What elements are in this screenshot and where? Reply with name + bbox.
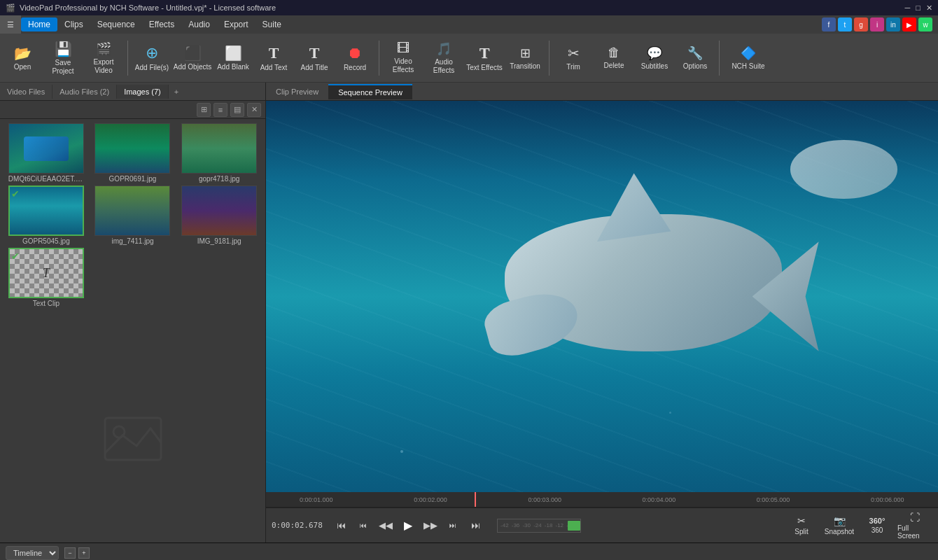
- timeline-dropdown[interactable]: Timeline: [6, 546, 59, 560]
- close-btn[interactable]: ✕: [926, 4, 932, 13]
- media-item-5[interactable]: img_7411.jpg: [91, 186, 175, 245]
- social-tw[interactable]: t: [838, 18, 852, 31]
- preview-area: Sequence 1: [266, 101, 938, 542]
- save-icon: 💾: [55, 41, 72, 57]
- social-gg[interactable]: g: [854, 18, 868, 31]
- app-title: VideoPad Professional by NCH Software - …: [20, 4, 276, 12]
- timeline-zoom-out[interactable]: −: [64, 547, 76, 559]
- menu-suite[interactable]: Suite: [255, 18, 288, 31]
- media-item-6[interactable]: IMG_9181.jpg: [177, 186, 261, 245]
- volume-section: -42-36-30-24-18-12-60: [497, 519, 581, 533]
- text-effects-button[interactable]: T Text Effects: [465, 36, 504, 80]
- media-item-4[interactable]: ✔ GOPR5045.jpg: [4, 186, 88, 245]
- add-title-button[interactable]: T Add Title: [295, 36, 334, 80]
- hamburger-menu[interactable]: ☰: [0, 15, 21, 34]
- fullscreen-button[interactable]: ⛶ Full Screen: [897, 510, 932, 541]
- menu-export[interactable]: Export: [217, 18, 255, 31]
- detail-view-btn[interactable]: ▤: [230, 103, 244, 117]
- transition-button[interactable]: ⊞ Transition: [505, 36, 545, 80]
- add-objects-button[interactable]: ⬛ Add Objects: [173, 36, 212, 80]
- save-project-button[interactable]: 💾 Save Project: [43, 36, 83, 80]
- tab-images[interactable]: Images (7): [117, 85, 169, 99]
- options-button[interactable]: 🔧 Options: [676, 36, 715, 80]
- go-end-button[interactable]: ⏭: [466, 517, 484, 535]
- split-button[interactable]: ✂ Split: [784, 510, 819, 541]
- go-start-button[interactable]: ⏮: [332, 517, 350, 535]
- menu-home[interactable]: Home: [21, 18, 57, 31]
- media-label-5: img_7411.jpg: [111, 237, 153, 245]
- text-clip-icon: T: [43, 266, 50, 281]
- snapshot-icon: 📷: [834, 515, 846, 526]
- forward-button[interactable]: ▶▶: [421, 517, 440, 535]
- add-files-button[interactable]: ⊕ Add File(s): [132, 36, 172, 80]
- list-view-btn[interactable]: ≡: [214, 103, 227, 117]
- subtitles-button[interactable]: 💬 Subtitles: [635, 36, 674, 80]
- sep4: [719, 41, 720, 76]
- media-item-2[interactable]: GOPR0691.jpg: [91, 123, 175, 183]
- panel-close-btn[interactable]: ✕: [247, 103, 261, 117]
- grid-view-btn[interactable]: ⊞: [197, 103, 211, 117]
- trim-button[interactable]: ✂ Trim: [554, 36, 593, 80]
- menu-clips[interactable]: Clips: [57, 18, 90, 31]
- tab-video-files[interactable]: Video Files: [0, 85, 52, 99]
- media-thumb-7: ✔ T: [8, 248, 84, 298]
- delete-button[interactable]: 🗑 Delete: [594, 36, 634, 80]
- watermark-icon: [98, 411, 168, 467]
- fullscreen-label: Full Screen: [897, 524, 932, 540]
- text-effects-icon: T: [479, 44, 490, 62]
- prev-frame-button[interactable]: ⏮: [354, 517, 372, 535]
- open-button[interactable]: 📂 Open: [3, 36, 42, 80]
- add-blank-icon: ⬜: [225, 45, 242, 62]
- check-icon-4: ✔: [11, 188, 20, 200]
- menu-sequence[interactable]: Sequence: [90, 18, 142, 31]
- app-icon: 🎬: [6, 4, 15, 13]
- split-icon: ✂: [797, 515, 806, 526]
- record-button[interactable]: ⏺ Record: [335, 36, 374, 80]
- media-item-3[interactable]: gopr4718.jpg: [177, 123, 261, 183]
- export-video-button[interactable]: 🎬 Export Video: [84, 36, 123, 80]
- 360-button[interactable]: 360° 360: [860, 510, 895, 541]
- snapshot-button[interactable]: 📷 Snapshot: [822, 510, 857, 541]
- titlebar: 🎬 VideoPad Professional by NCH Software …: [0, 0, 938, 15]
- video-effects-button[interactable]: 🎞 Video Effects: [384, 36, 423, 80]
- social-li[interactable]: in: [886, 18, 900, 31]
- second-shark-body: [790, 140, 898, 199]
- left-panel: Video Files Audio Files (2) Images (7) +…: [0, 83, 266, 542]
- nch-suite-button[interactable]: 🔷 NCH Suite: [724, 36, 773, 80]
- right-panel: Clip Preview Sequence Preview Sequence 1: [266, 83, 938, 542]
- next-frame-button[interactable]: ⏭: [444, 517, 462, 535]
- menu-audio[interactable]: Audio: [181, 18, 217, 31]
- add-text-button[interactable]: T Add Text: [254, 36, 293, 80]
- timeline-header: Timeline − +: [0, 543, 938, 560]
- tab-sequence-preview[interactable]: Sequence Preview: [328, 84, 412, 99]
- volume-bar[interactable]: -42-36-30-24-18-12-60: [497, 519, 581, 533]
- preview-playhead: [475, 492, 476, 507]
- social-wa[interactable]: w: [918, 18, 932, 31]
- sep1: [127, 41, 128, 76]
- minimize-btn[interactable]: ─: [905, 4, 911, 13]
- timeline-zoom-in[interactable]: +: [78, 547, 90, 559]
- media-grid: DMQt6CiUEAAO2ET.jpg GOPR0691.jpg gopr471…: [0, 119, 265, 335]
- play-button[interactable]: ▶: [399, 517, 417, 535]
- svg-rect-0: [105, 418, 161, 460]
- maximize-btn[interactable]: □: [916, 4, 920, 13]
- social-fb[interactable]: f: [822, 18, 836, 31]
- add-blank-button[interactable]: ⬜ Add Blank: [214, 36, 253, 80]
- fullscreen-icon: ⛶: [910, 512, 920, 523]
- timeline-section: Timeline − + 0:00:01.000 0:00:02.000 0:0…: [0, 542, 938, 560]
- media-thumb-2: [94, 123, 170, 174]
- tab-clip-preview[interactable]: Clip Preview: [266, 85, 328, 99]
- preview-tabs: Clip Preview Sequence Preview: [266, 83, 938, 101]
- tab-audio-files[interactable]: Audio Files (2): [52, 85, 117, 99]
- add-text-icon: T: [269, 44, 279, 62]
- media-thumb-4: ✔: [8, 186, 84, 236]
- rewind-button[interactable]: ◀◀: [377, 517, 395, 535]
- media-thumb-6: [181, 186, 257, 236]
- menu-effects[interactable]: Effects: [142, 18, 181, 31]
- tab-add-button[interactable]: +: [169, 85, 184, 99]
- audio-effects-button[interactable]: 🎵 Audio Effects: [424, 36, 463, 80]
- media-item-1[interactable]: DMQt6CiUEAAO2ET.jpg: [4, 123, 88, 183]
- social-yt[interactable]: ▶: [902, 18, 916, 31]
- social-ig[interactable]: i: [870, 18, 884, 31]
- media-item-7[interactable]: ✔ T Text Clip: [4, 248, 88, 307]
